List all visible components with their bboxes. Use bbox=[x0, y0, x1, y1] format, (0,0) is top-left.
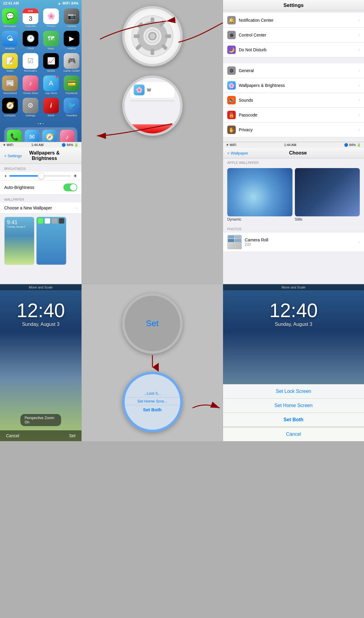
stills-wallpaper-thumb[interactable] bbox=[295, 168, 360, 216]
dynamic-wallpaper-thumb[interactable] bbox=[227, 168, 292, 216]
app-messages[interactable]: 💬 Messages bbox=[1, 8, 19, 28]
app-appstore[interactable]: A 2 App Store bbox=[42, 75, 60, 95]
perspective-zoom-label[interactable]: Perspective Zoom: On bbox=[21, 414, 61, 426]
app-label-messages: Messages bbox=[4, 25, 16, 28]
newsstand-icon: 📰 bbox=[6, 79, 14, 87]
mail-icon: ✉ bbox=[29, 133, 35, 141]
wallpaper-icon-mini: 🌸 bbox=[134, 84, 145, 95]
chevron-icon: › bbox=[359, 113, 360, 117]
settings-item-controlcenter[interactable]: ⊕ Control Center › bbox=[223, 28, 364, 43]
cancel-button[interactable]: Cancel bbox=[223, 427, 364, 441]
app-itunes[interactable]: ♪ iTunes Store bbox=[22, 75, 39, 95]
app-tweetbot[interactable]: 🐦 Tweetbot bbox=[63, 98, 80, 117]
set-lock-option: ...Lock S... bbox=[125, 390, 180, 397]
svg-point-13 bbox=[149, 33, 155, 39]
reminders-icon: ☑ bbox=[27, 57, 34, 65]
app-reminders[interactable]: ☑ Reminders bbox=[22, 53, 39, 72]
settings-item-donotdisturb[interactable]: 🌙 Do Not Disturb › bbox=[223, 43, 364, 57]
set-options-list: Set Lock Screen Set Home Screen Set Both… bbox=[223, 384, 364, 441]
set-lock-screen-button[interactable]: Set Lock Screen bbox=[223, 384, 364, 398]
set-home-option: Set Home Scre... bbox=[125, 397, 180, 405]
settings-item-wallpaper[interactable]: 🌸 Wallpapers & Brightness › bbox=[223, 78, 364, 93]
chevron-icon: › bbox=[359, 83, 360, 88]
gear-svg bbox=[131, 15, 174, 57]
settings-divider-1 bbox=[223, 59, 364, 62]
app-gamecenter[interactable]: 🎮 Game Center bbox=[63, 53, 80, 72]
chevron-icon: › bbox=[359, 98, 360, 102]
app-label-videos: Videos bbox=[67, 47, 75, 50]
lockscreen-cancel-button[interactable]: Cancel bbox=[6, 433, 19, 438]
app-maps[interactable]: 🗺 Maps bbox=[42, 31, 60, 50]
app-label-photos: Photos bbox=[47, 25, 55, 28]
brightness-slider[interactable]: ☀ ☀ bbox=[0, 172, 81, 180]
settings-back-button[interactable]: < Settings bbox=[4, 154, 22, 158]
page-dots: ● ● ● bbox=[0, 120, 81, 126]
camera-icon: 📷 bbox=[68, 12, 76, 20]
dock-music[interactable]: ♪ Music bbox=[60, 130, 75, 142]
general-icon: ⚙ bbox=[227, 66, 236, 75]
maps-icon: 🗺 bbox=[48, 35, 54, 43]
app-label-maps: Maps bbox=[48, 47, 54, 50]
settings-item-passcode[interactable]: 🔒 Passcode › bbox=[223, 108, 364, 123]
settings-panel: Settings 🔔 Notification Center › ⊕ Contr… bbox=[223, 0, 364, 142]
app-imore[interactable]: i iMore bbox=[42, 98, 60, 117]
wifi-icon: WiFi bbox=[62, 1, 70, 5]
dock-safari[interactable]: 🧭 Safari bbox=[42, 130, 57, 142]
photos-section-header: PHOTOS bbox=[223, 225, 364, 232]
auto-brightness-label: Auto-Brightness bbox=[4, 185, 63, 190]
privacy-icon: ✋ bbox=[227, 126, 236, 134]
iphone-status-bar: 12:41 AM ▲ WiFi 84% bbox=[0, 0, 81, 7]
auto-brightness-toggle[interactable] bbox=[63, 183, 77, 191]
camera-roll-row[interactable]: Camera Roll 233 › bbox=[223, 232, 364, 252]
apple-wallpaper-section: APPLE WALLPAPER bbox=[223, 158, 364, 166]
lockscreen-time: 12:40 bbox=[0, 290, 81, 322]
battery-icon: 84% bbox=[71, 1, 78, 5]
settings-item-general[interactable]: ⚙ General › bbox=[223, 63, 364, 78]
app-label-passbook: Passbook bbox=[65, 92, 78, 95]
app-label-camera: Camera bbox=[67, 25, 76, 28]
app-label-settings: Settings bbox=[26, 114, 36, 117]
camera-roll-thumb bbox=[227, 235, 242, 249]
app-camera[interactable]: 📷 Camera bbox=[63, 8, 80, 28]
settings-item-notification[interactable]: 🔔 Notification Center › bbox=[223, 13, 364, 28]
clock-icon: 🕐 bbox=[27, 35, 35, 43]
set-both-button[interactable]: Set Both bbox=[223, 413, 364, 427]
music-icon: ♪ bbox=[65, 133, 69, 141]
settings-item-privacy[interactable]: ✋ Privacy › bbox=[223, 123, 364, 137]
choose-wallpaper-label: Choose a New Wallpaper bbox=[4, 205, 76, 210]
lock-screen-thumb[interactable]: 9:41 Tuesday, January 9 bbox=[4, 217, 34, 265]
choose-wallpaper-row[interactable]: Choose a New Wallpaper › bbox=[0, 202, 81, 214]
dock-phone[interactable]: 📞 Phone bbox=[7, 130, 21, 142]
app-clock[interactable]: 🕐 Clock bbox=[22, 31, 39, 50]
app-passbook[interactable]: 💳 Passbook bbox=[63, 75, 80, 95]
brightness-high-icon: ☀ bbox=[73, 174, 77, 178]
set-button-label: Set bbox=[146, 319, 158, 328]
app-weather[interactable]: 🌤 Weather bbox=[1, 31, 19, 50]
app-label-gamecenter: Game Center bbox=[63, 69, 80, 72]
dock-mail[interactable]: ✉ Mail bbox=[25, 130, 39, 142]
app-label-itunes: iTunes Store bbox=[23, 92, 38, 95]
notes-icon: 📝 bbox=[6, 57, 14, 65]
app-photos[interactable]: 🌸 Photos bbox=[42, 8, 60, 28]
set-options-time: 12:40 bbox=[223, 290, 364, 322]
settings-item-sounds[interactable]: 🔊 Sounds › bbox=[223, 93, 364, 108]
set-both-option-label: Set Both bbox=[141, 405, 164, 414]
app-calendar[interactable]: SUN 3 Calendar bbox=[22, 8, 39, 28]
wallpaper-back-button[interactable]: < Wallpaper bbox=[227, 151, 248, 155]
set-home-screen-button[interactable]: Set Home Screen bbox=[223, 398, 364, 413]
app-stocks[interactable]: 📈 Stocks bbox=[42, 53, 60, 72]
lockscreen-set-button[interactable]: Set bbox=[69, 433, 75, 438]
chevron-icon: › bbox=[359, 68, 360, 73]
settings-list-top: 🔔 Notification Center › ⊕ Control Center… bbox=[223, 13, 364, 57]
arrow-to-setoptions bbox=[187, 399, 223, 417]
app-newsstand[interactable]: 📰 Newsstand bbox=[1, 75, 19, 95]
wallpaper-brightness-title: Wallpapers & Brightness bbox=[24, 150, 77, 161]
home-screen-thumb[interactable] bbox=[36, 217, 66, 265]
app-settings[interactable]: ⚙ Settings bbox=[22, 98, 39, 117]
app-compass[interactable]: 🧭 Compass bbox=[1, 98, 19, 117]
app-notes[interactable]: 📝 Notes bbox=[1, 53, 19, 72]
page-container: 12:41 AM ▲ WiFi 84% 💬 Messages SUN 3 bbox=[0, 0, 364, 618]
signal-icon: ▲ bbox=[58, 1, 61, 5]
settings-icon: ⚙ bbox=[27, 102, 34, 110]
app-videos[interactable]: ▶ Videos bbox=[63, 31, 80, 50]
